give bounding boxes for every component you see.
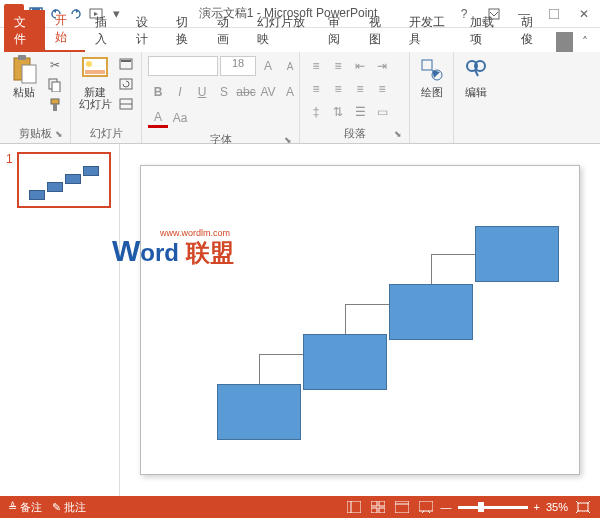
reset-icon[interactable] (117, 76, 135, 94)
slide-canvas[interactable] (140, 165, 580, 475)
layout-icon[interactable] (117, 56, 135, 74)
zoom-in-button[interactable]: + (534, 501, 540, 513)
editing-group-label (460, 139, 492, 141)
bold-icon[interactable]: B (148, 82, 168, 102)
zoom-out-button[interactable]: — (441, 501, 452, 513)
numbering-icon[interactable]: ≡ (328, 56, 348, 76)
tab-slideshow[interactable]: 幻灯片放映 (247, 10, 318, 52)
svg-rect-27 (371, 501, 377, 506)
close-button[interactable]: ✕ (572, 4, 596, 24)
shadow-icon[interactable]: S (214, 82, 234, 102)
slides-group-label: 幻灯片 (77, 124, 135, 141)
slideshow-view-icon[interactable] (417, 499, 435, 515)
comments-button[interactable]: ✎ 批注 (52, 500, 86, 515)
svg-rect-28 (379, 501, 385, 506)
section-icon[interactable] (117, 96, 135, 114)
svg-rect-20 (422, 60, 432, 70)
svg-rect-6 (18, 55, 26, 60)
tab-file[interactable]: 文件 (4, 10, 45, 52)
editing-label: 编辑 (465, 86, 487, 98)
notes-button[interactable]: ≜ 备注 (8, 500, 42, 515)
svg-rect-10 (51, 99, 59, 104)
tab-design[interactable]: 设计 (126, 10, 167, 52)
find-icon (462, 56, 490, 84)
strike-icon[interactable]: abc (236, 82, 256, 102)
smartart-icon[interactable]: ▭ (372, 102, 392, 122)
font-name-input[interactable] (148, 56, 218, 76)
shape-box[interactable] (475, 226, 559, 282)
clear-format-icon[interactable]: A (280, 82, 300, 102)
font-size-input[interactable]: 18 (220, 56, 256, 76)
svg-rect-29 (371, 508, 377, 513)
zoom-value[interactable]: 35% (546, 501, 568, 513)
shrink-font-icon[interactable]: A (280, 56, 300, 76)
paste-label: 粘贴 (13, 86, 35, 98)
svg-rect-14 (85, 70, 105, 74)
watermark-logo: Word 联盟 (112, 234, 234, 269)
paste-button[interactable]: 粘贴 (6, 56, 42, 98)
indent-inc-icon[interactable]: ⇥ (372, 56, 392, 76)
slide-editor[interactable] (120, 144, 600, 496)
user-name[interactable]: 胡俊 (511, 10, 552, 52)
tab-view[interactable]: 视图 (359, 10, 400, 52)
shape-box[interactable] (389, 284, 473, 340)
connector[interactable] (345, 304, 346, 334)
tab-developer[interactable]: 开发工具 (399, 10, 460, 52)
zoom-slider[interactable] (458, 506, 528, 509)
tab-addins[interactable]: 加载项 (460, 10, 511, 52)
svg-rect-9 (52, 82, 60, 92)
paste-icon (10, 56, 38, 84)
format-painter-icon[interactable] (46, 96, 64, 114)
align-center-icon[interactable]: ≡ (328, 79, 348, 99)
underline-icon[interactable]: U (192, 82, 212, 102)
tab-home[interactable]: 开始 (45, 8, 86, 52)
connector[interactable] (431, 254, 475, 255)
tab-transitions[interactable]: 切换 (166, 10, 207, 52)
normal-view-icon[interactable] (345, 499, 363, 515)
paragraph-launcher-icon[interactable]: ⬊ (393, 129, 403, 139)
connector[interactable] (345, 304, 389, 305)
align-right-icon[interactable]: ≡ (350, 79, 370, 99)
sorter-view-icon[interactable] (369, 499, 387, 515)
svg-rect-11 (53, 104, 57, 111)
user-avatar[interactable] (556, 32, 573, 52)
italic-icon[interactable]: I (170, 82, 190, 102)
font-color-icon[interactable]: A (148, 108, 168, 128)
tab-animations[interactable]: 动画 (207, 10, 248, 52)
spacing-icon[interactable]: AV (258, 82, 278, 102)
line-spacing-icon[interactable]: ‡ (306, 102, 326, 122)
cut-icon[interactable]: ✂ (46, 56, 64, 74)
align-left-icon[interactable]: ≡ (306, 79, 326, 99)
clipboard-group-label: 剪贴板⬊ (6, 124, 64, 141)
tab-insert[interactable]: 插入 (85, 10, 126, 52)
editing-button[interactable]: 编辑 (460, 56, 492, 98)
copy-icon[interactable] (46, 76, 64, 94)
connector[interactable] (259, 354, 260, 384)
fit-window-icon[interactable] (574, 499, 592, 515)
new-slide-label: 新建 幻灯片 (79, 86, 112, 110)
svg-rect-33 (419, 501, 433, 511)
text-direction-icon[interactable]: ⇅ (328, 102, 348, 122)
shape-box[interactable] (303, 334, 387, 390)
new-slide-button[interactable]: 新建 幻灯片 (77, 56, 113, 110)
bullets-icon[interactable]: ≡ (306, 56, 326, 76)
indent-dec-icon[interactable]: ⇤ (350, 56, 370, 76)
tab-review[interactable]: 审阅 (318, 10, 359, 52)
align-text-icon[interactable]: ☰ (350, 102, 370, 122)
drawing-label: 绘图 (421, 86, 443, 98)
svg-rect-30 (379, 508, 385, 513)
connector[interactable] (259, 354, 303, 355)
shape-box[interactable] (217, 384, 301, 440)
change-case-icon[interactable]: Aa (170, 108, 190, 128)
new-slide-icon (81, 56, 109, 84)
drawing-button[interactable]: 绘图 (416, 56, 447, 98)
clipboard-launcher-icon[interactable]: ⬊ (54, 129, 64, 139)
connector[interactable] (431, 254, 432, 284)
grow-font-icon[interactable]: A (258, 56, 278, 76)
justify-icon[interactable]: ≡ (372, 79, 392, 99)
svg-point-13 (86, 61, 92, 67)
reading-view-icon[interactable] (393, 499, 411, 515)
collapse-ribbon-icon[interactable]: ˄ (577, 32, 594, 52)
slide-thumbnail[interactable] (17, 152, 111, 208)
svg-rect-25 (347, 501, 361, 513)
